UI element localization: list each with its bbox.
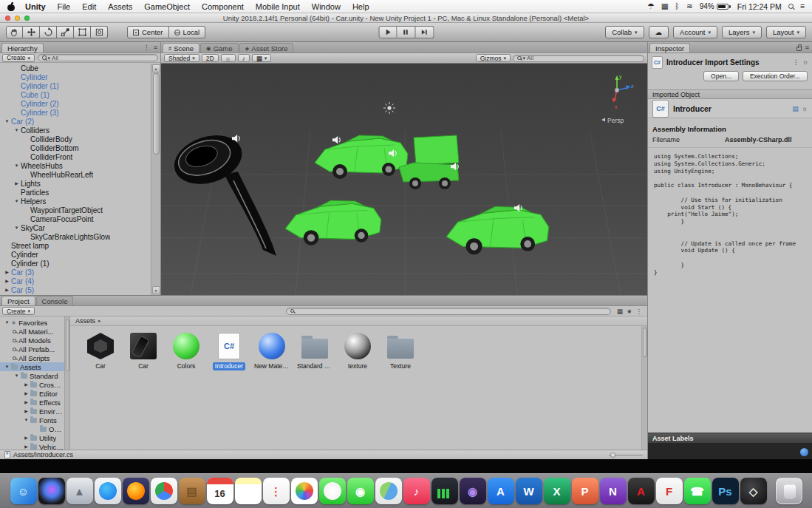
asset-item[interactable]: Car bbox=[80, 331, 121, 370]
dock-icon-box[interactable]: ▤ bbox=[179, 478, 205, 504]
foldout-icon[interactable] bbox=[22, 400, 30, 404]
audio-toggle-icon[interactable]: ♪ bbox=[238, 54, 250, 62]
menu-item[interactable]: Mobile Input bbox=[256, 2, 300, 11]
favorites-root[interactable]: ★ Favorites bbox=[0, 318, 64, 327]
foldout-icon[interactable] bbox=[13, 199, 21, 203]
battery-indicator[interactable]: 94% bbox=[700, 2, 731, 10]
assets-root-folder[interactable]: Assets bbox=[0, 362, 64, 371]
search-by-label-icon[interactable]: ★ bbox=[627, 308, 632, 315]
asset-item[interactable]: Texture bbox=[380, 331, 421, 370]
foldout-icon[interactable] bbox=[22, 391, 30, 396]
project-folder[interactable]: Fonts bbox=[0, 416, 64, 424]
folder-tree-scrollbar[interactable] bbox=[65, 316, 70, 450]
pivot-toggle-button[interactable]: Center bbox=[127, 26, 169, 38]
hierarchy-search-input[interactable]: ▾ All bbox=[38, 54, 158, 61]
scrollbar-thumb[interactable] bbox=[66, 319, 69, 371]
foldout-icon[interactable] bbox=[22, 418, 30, 422]
foldout-icon[interactable] bbox=[22, 382, 30, 387]
hierarchy-create-button[interactable]: Create▾ bbox=[2, 54, 35, 62]
panel-menu-icon[interactable]: ≡ bbox=[805, 44, 809, 51]
favorite-item[interactable]: All Scripts bbox=[0, 353, 64, 362]
draw-mode-dropdown[interactable]: Shaded▾ bbox=[164, 54, 199, 62]
foldout-icon[interactable] bbox=[22, 436, 30, 440]
favorite-item[interactable]: All Materi... bbox=[0, 327, 64, 336]
hierarchy-item[interactable]: Cylinder (2) bbox=[0, 99, 151, 108]
foldout-icon[interactable] bbox=[13, 163, 21, 168]
asset-item[interactable]: Car bbox=[123, 331, 164, 370]
foldout-icon[interactable] bbox=[3, 288, 11, 292]
menu-item[interactable]: Help bbox=[352, 2, 369, 11]
dock-icon-launchpad[interactable]: ▲ bbox=[66, 478, 93, 504]
sun-light-gizmo-icon[interactable] bbox=[383, 102, 395, 114]
search-by-type-icon[interactable]: ▦ bbox=[617, 308, 623, 315]
execution-order-button[interactable]: Execution Order... bbox=[743, 71, 808, 81]
project-folder[interactable]: Environ... bbox=[0, 407, 64, 416]
gear-icon[interactable]: ☼ bbox=[802, 58, 808, 66]
hierarchy-item[interactable]: CameraFocusPoint bbox=[0, 214, 151, 223]
dock-icon-chrome[interactable] bbox=[151, 478, 177, 504]
project-tab[interactable]: Console bbox=[36, 296, 74, 305]
asset-item[interactable]: Colors bbox=[166, 331, 207, 370]
spotlight-search-icon[interactable] bbox=[788, 4, 794, 9]
search-filter-icon[interactable]: ▾ bbox=[48, 55, 51, 61]
dock-icon-maps[interactable] bbox=[375, 478, 402, 504]
hierarchy-item[interactable]: ColliderBottom bbox=[0, 143, 151, 152]
hierarchy-item[interactable]: Cylinder (1) bbox=[0, 81, 151, 90]
hierarchy-item[interactable]: ColliderFront bbox=[0, 152, 151, 161]
zoom-window-button[interactable] bbox=[24, 16, 30, 21]
asset-item[interactable]: Standard Ass... bbox=[294, 331, 335, 370]
view-tab[interactable]: # Scene bbox=[163, 43, 199, 53]
menu-clock[interactable]: Fri 12:24 PM bbox=[737, 2, 782, 11]
view-tab[interactable]: ◉ Game bbox=[200, 43, 238, 53]
hierarchy-item[interactable]: Car (4) bbox=[0, 277, 151, 285]
gear-icon[interactable]: ☼ bbox=[802, 105, 808, 112]
tab-hierarchy[interactable]: Hierarchy bbox=[1, 43, 44, 53]
asset-item[interactable]: texture bbox=[337, 331, 378, 370]
lighting-toggle-icon[interactable]: ☼ bbox=[221, 54, 236, 62]
project-create-button[interactable]: Create▾ bbox=[2, 307, 35, 315]
rotate-tool-button[interactable] bbox=[40, 26, 57, 38]
hand-tool-button[interactable] bbox=[6, 26, 23, 38]
foldout-icon[interactable] bbox=[13, 226, 21, 230]
dock-icon-facetime[interactable]: ◉ bbox=[347, 478, 374, 504]
cloud-button[interactable]: ☁ bbox=[649, 26, 669, 38]
dock-icon-notes[interactable] bbox=[235, 478, 262, 504]
foldout-icon[interactable] bbox=[3, 365, 11, 369]
panel-menu-icon[interactable]: ≡ bbox=[154, 44, 157, 51]
notification-center-icon[interactable]: ≡ bbox=[800, 2, 805, 10]
dock-icon-firefox[interactable] bbox=[123, 478, 149, 504]
hierarchy-item[interactable]: Cube (1) bbox=[0, 90, 151, 99]
foldout-icon[interactable] bbox=[13, 181, 21, 186]
foldout-icon[interactable] bbox=[13, 128, 21, 132]
status-icon-displays[interactable]: ▦ bbox=[661, 2, 669, 10]
hierarchy-item[interactable]: Cylinder bbox=[0, 250, 151, 259]
foldout-icon[interactable] bbox=[3, 279, 11, 283]
dock-icon-photoshop[interactable]: Ps bbox=[712, 478, 739, 504]
dock-icon-trash[interactable] bbox=[776, 478, 802, 504]
hierarchy-item[interactable]: Car (3) bbox=[0, 268, 151, 277]
dock-icon-music[interactable]: ♪ bbox=[403, 478, 430, 504]
menu-item[interactable]: Window bbox=[312, 2, 341, 11]
dock-icon-acrobat[interactable]: A bbox=[628, 478, 655, 504]
rect-tool-button[interactable] bbox=[74, 26, 91, 38]
layers-dropdown[interactable]: Layers▾ bbox=[722, 26, 762, 38]
project-search-input[interactable] bbox=[286, 308, 611, 315]
hierarchy-item[interactable]: Cube bbox=[0, 64, 151, 72]
step-button[interactable] bbox=[415, 26, 434, 38]
hierarchy-item[interactable]: Car (2) bbox=[0, 117, 151, 126]
pause-button[interactable] bbox=[397, 26, 415, 38]
collab-dropdown[interactable]: Collab▾ bbox=[605, 26, 644, 38]
dock-icon-reminders[interactable]: ⋮ bbox=[263, 478, 290, 504]
hierarchy-item[interactable]: Helpers bbox=[0, 197, 151, 206]
menu-item[interactable]: Component bbox=[202, 2, 244, 11]
asset-grid-scrollbar[interactable] bbox=[641, 326, 647, 450]
apple-menu-icon[interactable] bbox=[7, 2, 15, 11]
effects-dropdown-icon[interactable]: ▦▾ bbox=[252, 54, 272, 62]
dock-icon-finder[interactable]: ☺ bbox=[10, 478, 37, 504]
project-folder[interactable]: Open... bbox=[0, 424, 64, 433]
project-folder[interactable]: Vehicle... bbox=[0, 442, 64, 450]
layout-dropdown[interactable]: Layout▾ bbox=[766, 26, 806, 38]
persp-label[interactable]: Persp bbox=[607, 117, 624, 124]
presets-icon[interactable]: ⋮ bbox=[793, 58, 799, 66]
move-tool-button[interactable] bbox=[23, 26, 40, 38]
